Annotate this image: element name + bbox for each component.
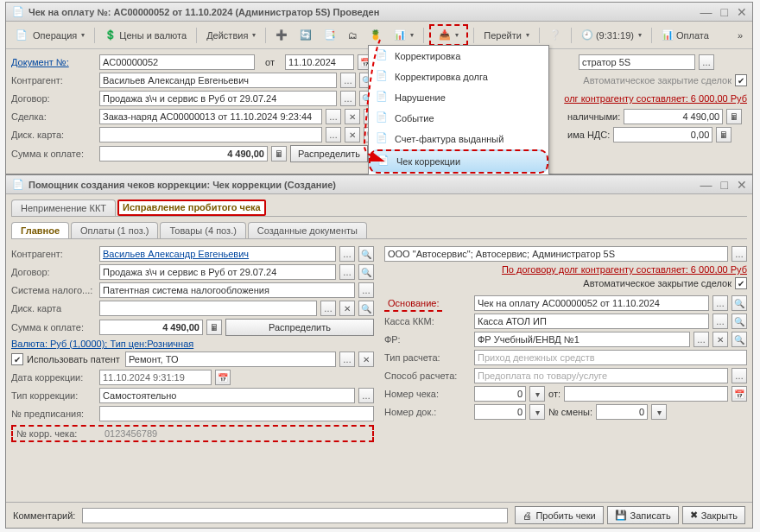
- ellipsis-icon[interactable]: …: [339, 352, 355, 367]
- maximize-button[interactable]: □: [721, 5, 728, 19]
- ellipsis-icon[interactable]: …: [339, 264, 355, 280]
- clear-icon[interactable]: ✕: [345, 109, 360, 124]
- operation-button[interactable]: 📄 Операция: [11, 28, 89, 42]
- calendar-icon[interactable]: 📅: [732, 386, 747, 402]
- kkm-input[interactable]: Касса АТОЛ ИП: [474, 314, 709, 329]
- contr-input[interactable]: Васильев Александр Евгеньевич: [99, 246, 336, 262]
- tb-icon-1[interactable]: ➕: [271, 28, 292, 42]
- ellipsis-icon[interactable]: …: [340, 91, 356, 106]
- ellipsis-icon[interactable]: …: [712, 295, 728, 311]
- comment-input[interactable]: [82, 508, 508, 523]
- calc-icon[interactable]: 🖩: [271, 146, 287, 162]
- date-input[interactable]: 11.10.2024: [285, 54, 354, 70]
- open-icon[interactable]: 🔍: [732, 295, 747, 311]
- actions-button[interactable]: Действия: [202, 28, 260, 42]
- calc-icon[interactable]: 🖩: [726, 109, 742, 124]
- tab-no-kkt[interactable]: Неприменение ККТ: [11, 200, 116, 216]
- close-button[interactable]: ✖ Закрыть: [682, 506, 745, 524]
- sum-input[interactable]: 4 490,00: [99, 146, 268, 162]
- tb-icon-6[interactable]: 📊: [390, 28, 418, 42]
- fr-input[interactable]: ФР Учебный/ЕНВД №1: [474, 332, 690, 347]
- menu-item-correction[interactable]: 📄Корректировка: [369, 46, 548, 66]
- currency-link[interactable]: Валюта: Руб (1,0000); Тип цен:Розничная: [11, 339, 193, 349]
- dog-input[interactable]: Продажа з\ч и сервис в Руб от 29.07.24: [99, 264, 336, 280]
- card-input[interactable]: [99, 127, 322, 142]
- admin-input[interactable]: стратор 5S: [579, 54, 695, 70]
- tb-icon-2[interactable]: 🔄: [295, 28, 316, 42]
- ellipsis-icon[interactable]: …: [732, 368, 747, 383]
- pay-button[interactable]: 📊Оплата: [657, 28, 713, 42]
- tab-payments[interactable]: Оплаты (1 поз.): [71, 222, 158, 238]
- save-button[interactable]: 💾 Записать: [607, 506, 679, 524]
- menu-item-correction-check[interactable]: 📄Чек коррекции: [369, 149, 548, 174]
- open-icon[interactable]: 🔍: [732, 332, 747, 347]
- patent-checkbox[interactable]: ✔: [11, 353, 23, 365]
- sum-input[interactable]: 4 490,00: [99, 320, 203, 335]
- minimize-button[interactable]: —: [700, 178, 712, 192]
- tb-icon-3[interactable]: 📑: [320, 28, 340, 42]
- open-icon[interactable]: 🔍: [358, 301, 374, 316]
- ellipsis-icon[interactable]: …: [320, 301, 336, 316]
- autoclose-checkbox[interactable]: ✔: [735, 277, 747, 289]
- patent-input[interactable]: Ремонт, ТО: [125, 352, 336, 367]
- tab-fix-check[interactable]: Исправление пробитого чека: [117, 200, 266, 216]
- tax-input[interactable]: Патентная система налогообложения: [99, 282, 355, 298]
- distribute-button[interactable]: Распределить: [225, 319, 374, 336]
- stepper-icon[interactable]: ▾: [651, 404, 667, 420]
- clear-icon[interactable]: ✕: [712, 332, 728, 347]
- clear-icon[interactable]: ✕: [339, 301, 355, 316]
- calendar-icon[interactable]: 📅: [215, 370, 231, 385]
- menu-item-violation[interactable]: 📄Нарушение: [369, 87, 548, 108]
- more-icon[interactable]: »: [733, 28, 747, 42]
- menu-item-debt-correction[interactable]: 📄Корректировка долга: [369, 66, 548, 87]
- nds-input[interactable]: 0,00: [613, 127, 712, 142]
- open-icon[interactable]: 🔍: [358, 264, 374, 280]
- dog-input[interactable]: Продажа з\ч и сервис в Руб от 29.07.24: [99, 91, 337, 106]
- create-based-on-button[interactable]: 📥: [434, 28, 463, 42]
- go-button[interactable]: Перейти: [479, 28, 534, 42]
- ellipsis-icon[interactable]: …: [358, 388, 374, 403]
- calc-icon[interactable]: 🖩: [206, 320, 222, 335]
- clear-icon[interactable]: ✕: [345, 127, 360, 142]
- print-check-button[interactable]: 🖨 Пробить чеки: [515, 506, 603, 524]
- order-input[interactable]: [99, 406, 374, 421]
- tab-created-docs[interactable]: Созданные документы: [248, 222, 367, 238]
- close-button[interactable]: ✕: [737, 178, 747, 192]
- debt-link[interactable]: По договору долг контрагенту составляет:…: [502, 264, 747, 275]
- tb-icon-5[interactable]: 🍍: [365, 28, 386, 42]
- calc-icon[interactable]: 🖩: [716, 127, 732, 142]
- ellipsis-icon[interactable]: …: [326, 127, 341, 142]
- tab-main[interactable]: Главное: [11, 222, 69, 238]
- ellipsis-icon[interactable]: …: [358, 282, 374, 298]
- tb-icon-4[interactable]: 🗂: [344, 28, 362, 42]
- shift-input[interactable]: 0: [596, 404, 648, 420]
- debt-link[interactable]: олг контрагенту составляет: 6 000,00 Руб: [564, 93, 747, 104]
- menu-item-event[interactable]: 📄Событие: [369, 108, 548, 129]
- menu-item-invoice[interactable]: 📄Счет-фактура выданный: [369, 129, 548, 149]
- basis-input[interactable]: Чек на оплату AC00000052 от 11.10.2024: [474, 295, 709, 311]
- docno-label[interactable]: Документ №:: [11, 57, 96, 67]
- open-icon[interactable]: 🔍: [358, 246, 374, 262]
- ellipsis-icon[interactable]: …: [699, 54, 714, 70]
- deal-input[interactable]: Заказ-наряд AC00000013 от 11.10.2024 9:2…: [99, 109, 322, 124]
- org-input[interactable]: ООО "Автосервис"; Автосервис; Администра…: [384, 246, 728, 262]
- stepper-icon[interactable]: ▾: [529, 386, 545, 402]
- autoclose-checkbox[interactable]: ✔: [735, 74, 747, 86]
- close-button[interactable]: ✕: [737, 5, 747, 19]
- ellipsis-icon[interactable]: …: [339, 246, 355, 262]
- stepper-icon[interactable]: ▾: [529, 404, 545, 420]
- docno-input[interactable]: 0: [474, 404, 526, 420]
- time-button[interactable]: 🕘(9:31:19): [577, 28, 646, 42]
- ellipsis-icon[interactable]: …: [694, 332, 709, 347]
- card-input[interactable]: [99, 301, 317, 316]
- checkdate-input[interactable]: [564, 386, 728, 402]
- minimize-button[interactable]: —: [700, 5, 712, 19]
- ellipsis-icon[interactable]: …: [712, 314, 728, 329]
- help-icon[interactable]: ❔: [545, 28, 566, 42]
- contr-input[interactable]: Васильев Александр Евгеньевич: [99, 73, 337, 88]
- ellipsis-icon[interactable]: …: [732, 246, 747, 262]
- docno-input[interactable]: AC00000052: [99, 54, 255, 70]
- ellipsis-icon[interactable]: …: [326, 109, 341, 124]
- corr-type-input[interactable]: Самостоятельно: [99, 388, 355, 403]
- maximize-button[interactable]: □: [721, 178, 728, 192]
